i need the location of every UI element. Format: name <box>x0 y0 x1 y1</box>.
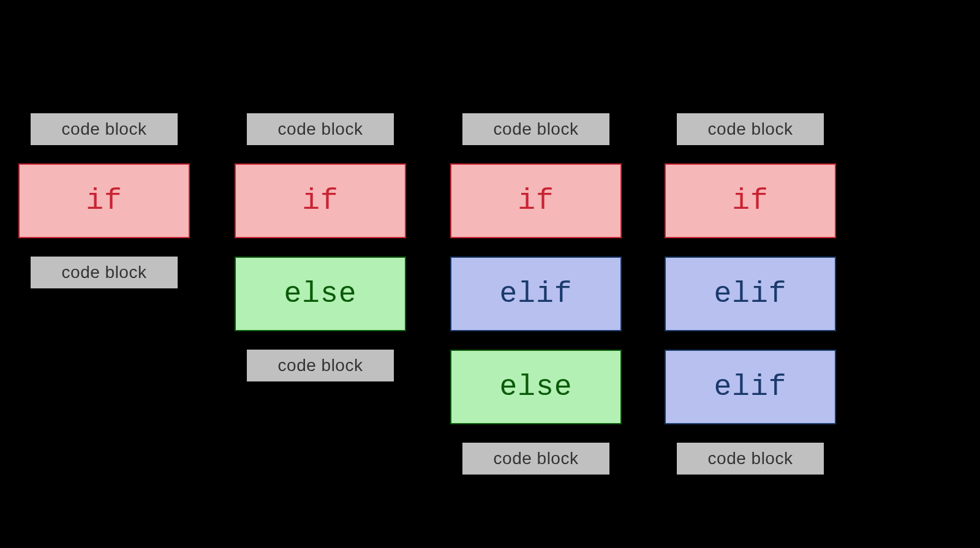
if-keyword-block: if <box>235 163 406 238</box>
code-block-label: code block <box>31 257 178 288</box>
code-block-label: code block <box>677 113 824 145</box>
code-block-label: code block <box>247 350 394 381</box>
diagram-column-1: code block if code block <box>18 113 190 288</box>
diagram-column-2: code block if else code block <box>235 113 406 381</box>
else-keyword-block: else <box>235 257 406 331</box>
else-keyword-block: else <box>450 350 622 424</box>
code-block-label: code block <box>31 113 178 145</box>
elif-keyword-block: elif <box>665 350 836 424</box>
code-block-label: code block <box>462 443 609 475</box>
elif-keyword-block: elif <box>450 257 622 331</box>
if-keyword-block: if <box>450 163 622 238</box>
diagram-column-4: code block if elif elif code block <box>665 113 836 475</box>
if-keyword-block: if <box>18 163 190 238</box>
code-block-label: code block <box>247 113 394 145</box>
code-block-label: code block <box>677 443 824 475</box>
if-keyword-block: if <box>665 163 836 238</box>
elif-keyword-block: elif <box>665 257 836 331</box>
diagram-column-3: code block if elif else code block <box>450 113 622 475</box>
code-block-label: code block <box>462 113 609 145</box>
